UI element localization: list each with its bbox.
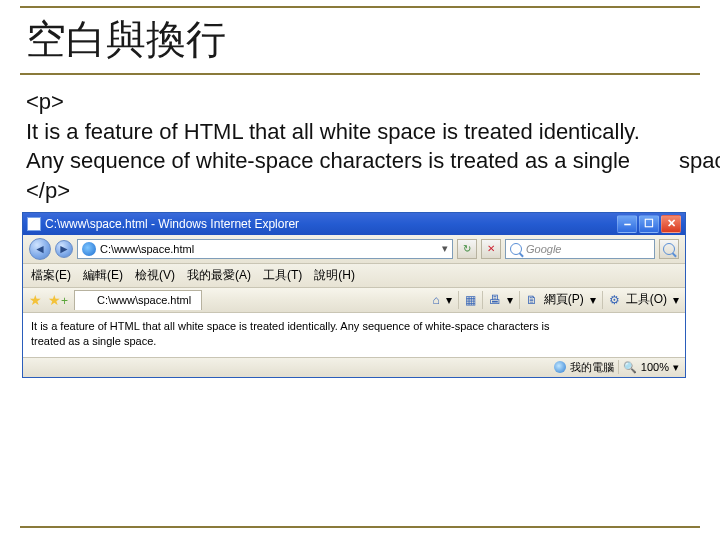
search-go-button[interactable] bbox=[659, 239, 679, 259]
favorites-star-icon[interactable]: ★ bbox=[29, 292, 42, 308]
slide-title-bar: 空白與換行 bbox=[20, 6, 700, 75]
stop-button[interactable]: ✕ bbox=[481, 239, 501, 259]
dropdown-icon[interactable]: ▾ bbox=[442, 242, 448, 255]
add-favorite-icon[interactable]: ★+ bbox=[48, 292, 68, 308]
page-text-line: It is a feature of HTML that all white s… bbox=[31, 319, 677, 334]
feeds-icon[interactable]: ▦ bbox=[465, 293, 476, 307]
code-line: It is a feature of HTML that all white s… bbox=[26, 117, 694, 147]
address-bar[interactable]: C:\www\space.html ▾ bbox=[77, 239, 453, 259]
page-menu[interactable]: 網頁(P) bbox=[544, 291, 584, 308]
search-box[interactable]: Google bbox=[505, 239, 655, 259]
search-placeholder: Google bbox=[526, 243, 561, 255]
address-url: C:\www\space.html bbox=[100, 243, 438, 255]
dropdown-icon[interactable]: ▾ bbox=[507, 293, 513, 307]
menu-favorites[interactable]: 我的最愛(A) bbox=[187, 267, 251, 284]
zone-globe-icon bbox=[554, 361, 566, 373]
back-button[interactable]: ◄ bbox=[29, 238, 51, 260]
forward-button[interactable]: ► bbox=[55, 240, 73, 258]
code-example: <p> It is a feature of HTML that all whi… bbox=[26, 87, 694, 206]
titlebar: C:\www\space.html - Windows Internet Exp… bbox=[23, 213, 685, 235]
code-line: <p> bbox=[26, 87, 694, 117]
refresh-icon: ↻ bbox=[463, 243, 471, 254]
menu-tools[interactable]: 工具(T) bbox=[263, 267, 302, 284]
zoom-icon[interactable]: 🔍 bbox=[623, 361, 637, 374]
tools-menu[interactable]: 工具(O) bbox=[626, 291, 667, 308]
gear-icon: ⚙ bbox=[609, 293, 620, 307]
dropdown-icon[interactable]: ▾ bbox=[673, 293, 679, 307]
tab-page-icon bbox=[81, 294, 93, 306]
browser-window: C:\www\space.html - Windows Internet Exp… bbox=[22, 212, 686, 378]
print-icon[interactable]: 🖶 bbox=[489, 293, 501, 307]
slide-title: 空白與換行 bbox=[26, 17, 226, 62]
menu-help[interactable]: 說明(H) bbox=[314, 267, 355, 284]
slide-footer-rule bbox=[20, 526, 700, 528]
page-content: It is a feature of HTML that all white s… bbox=[23, 313, 685, 357]
home-icon[interactable]: ⌂ bbox=[432, 293, 439, 307]
stop-icon: ✕ bbox=[487, 243, 495, 254]
tab-title: C:\www\space.html bbox=[97, 294, 191, 306]
browser-tab[interactable]: C:\www\space.html bbox=[74, 290, 202, 310]
dropdown-icon[interactable]: ▾ bbox=[590, 293, 596, 307]
zoom-dropdown-icon[interactable]: ▾ bbox=[673, 361, 679, 374]
command-bar: ⌂▾ ▦ 🖶▾ 🗎 網頁(P)▾ ⚙ 工具(O)▾ bbox=[432, 291, 679, 309]
page-text-line: treated as a single space. bbox=[31, 334, 677, 349]
menu-view[interactable]: 檢視(V) bbox=[135, 267, 175, 284]
menu-edit[interactable]: 編輯(E) bbox=[83, 267, 123, 284]
ie-icon bbox=[82, 242, 96, 256]
menu-file[interactable]: 檔案(E) bbox=[31, 267, 71, 284]
nav-bar: ◄ ► C:\www\space.html ▾ ↻ ✕ Google bbox=[23, 235, 685, 264]
status-bar: 我的電腦 🔍 100% ▾ bbox=[23, 357, 685, 377]
page-icon bbox=[27, 217, 41, 231]
code-line: Any sequence of white-space characters i… bbox=[26, 146, 694, 176]
menu-bar: 檔案(E) 編輯(E) 檢視(V) 我的最愛(A) 工具(T) 說明(H) bbox=[23, 264, 685, 288]
zoom-label: 100% bbox=[641, 361, 669, 373]
refresh-button[interactable]: ↻ bbox=[457, 239, 477, 259]
search-icon bbox=[510, 243, 522, 255]
dropdown-icon[interactable]: ▾ bbox=[446, 293, 452, 307]
code-line: </p> bbox=[26, 176, 694, 206]
maximize-button[interactable]: ☐ bbox=[639, 215, 659, 233]
window-title: C:\www\space.html - Windows Internet Exp… bbox=[45, 217, 617, 231]
magnifier-icon bbox=[663, 243, 675, 255]
close-button[interactable]: ✕ bbox=[661, 215, 681, 233]
zone-label: 我的電腦 bbox=[570, 360, 614, 375]
minimize-button[interactable]: ‒ bbox=[617, 215, 637, 233]
tab-toolbar: ★ ★+ C:\www\space.html ⌂▾ ▦ 🖶▾ 🗎 網頁(P)▾ … bbox=[23, 288, 685, 313]
page-icon: 🗎 bbox=[526, 293, 538, 307]
